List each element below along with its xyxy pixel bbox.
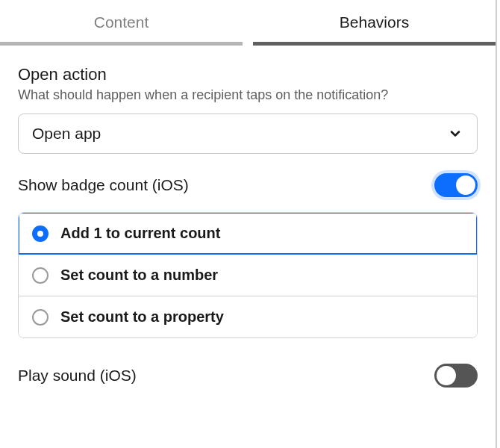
badge-count-label: Show badge count (iOS) xyxy=(18,176,189,194)
play-sound-row: Play sound (iOS) xyxy=(0,338,496,398)
tab-content[interactable]: Content xyxy=(0,0,243,46)
badge-option-set-number[interactable]: Set count to a number xyxy=(19,254,477,296)
badge-option-set-property[interactable]: Set count to a property xyxy=(19,296,477,337)
open-action-description: What should happen when a recipient taps… xyxy=(18,87,478,103)
radio-icon xyxy=(32,267,49,284)
play-sound-toggle[interactable] xyxy=(434,364,478,388)
open-action-title: Open action xyxy=(18,65,478,84)
play-sound-label: Play sound (iOS) xyxy=(18,367,137,385)
badge-option-label: Set count to a property xyxy=(60,308,224,326)
badge-count-toggle[interactable] xyxy=(434,173,478,197)
tab-behaviors[interactable]: Behaviors xyxy=(253,0,496,46)
chevron-down-icon xyxy=(447,125,463,142)
radio-icon xyxy=(32,225,49,242)
open-action-select[interactable]: Open app xyxy=(18,113,478,154)
badge-count-row: Show badge count (iOS) xyxy=(0,154,496,208)
toggle-knob xyxy=(437,366,456,385)
badge-options-list: Add 1 to current count Set count to a nu… xyxy=(18,212,478,338)
radio-icon xyxy=(32,309,49,326)
open-action-selected-value: Open app xyxy=(32,125,101,143)
badge-option-add-one[interactable]: Add 1 to current count xyxy=(19,213,477,254)
badge-option-label: Add 1 to current count xyxy=(60,225,220,242)
toggle-knob xyxy=(456,175,475,195)
open-action-section: Open action What should happen when a re… xyxy=(0,46,496,154)
tab-bar: Content Behaviors xyxy=(0,0,496,46)
badge-option-label: Set count to a number xyxy=(60,267,218,284)
settings-panel: Content Behaviors Open action What shoul… xyxy=(0,0,497,448)
